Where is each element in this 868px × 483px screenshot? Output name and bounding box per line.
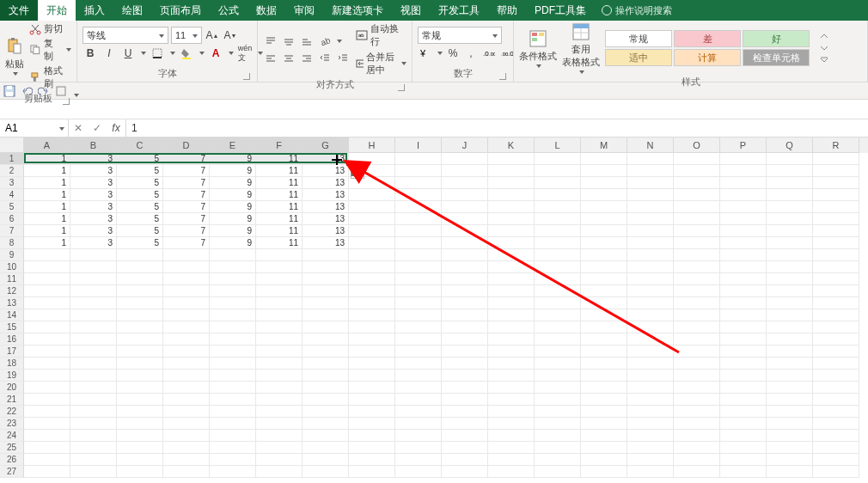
cell[interactable]: 5 xyxy=(117,153,163,165)
undo-button[interactable] xyxy=(21,85,33,97)
cell[interactable]: 3 xyxy=(70,225,117,237)
cell[interactable]: 1 xyxy=(24,153,70,165)
cell[interactable] xyxy=(117,345,163,358)
cell[interactable] xyxy=(581,418,627,430)
cell[interactable] xyxy=(813,454,859,466)
cell[interactable] xyxy=(767,153,813,165)
cell[interactable]: 11 xyxy=(256,177,303,189)
cell[interactable] xyxy=(488,345,535,358)
cell[interactable] xyxy=(767,273,813,285)
cell[interactable] xyxy=(813,358,859,370)
cell[interactable] xyxy=(349,237,395,249)
cell[interactable] xyxy=(581,285,627,297)
cell[interactable] xyxy=(767,249,813,261)
cell[interactable] xyxy=(303,297,349,309)
cell[interactable] xyxy=(442,297,488,309)
cell[interactable] xyxy=(581,153,627,165)
cell[interactable] xyxy=(813,153,859,165)
cell[interactable]: 9 xyxy=(210,165,256,177)
cell[interactable] xyxy=(442,273,488,285)
cell[interactable] xyxy=(303,454,349,466)
cell[interactable] xyxy=(349,345,395,358)
cell[interactable] xyxy=(395,165,442,177)
cell[interactable] xyxy=(813,285,859,297)
row-header[interactable]: 18 xyxy=(0,358,24,370)
cell[interactable] xyxy=(674,249,720,261)
cell[interactable] xyxy=(627,345,674,358)
cell[interactable] xyxy=(442,321,488,333)
dialog-launcher-icon[interactable] xyxy=(499,73,506,80)
cell[interactable] xyxy=(767,309,813,321)
cell[interactable] xyxy=(488,394,535,406)
cell[interactable] xyxy=(627,442,674,454)
cell[interactable] xyxy=(535,345,581,358)
cell[interactable] xyxy=(767,225,813,237)
cell[interactable] xyxy=(674,177,720,189)
decrease-font-button[interactable]: A▼ xyxy=(223,28,238,43)
row-header[interactable]: 7 xyxy=(0,225,24,237)
column-header-D[interactable]: D xyxy=(163,138,210,153)
cell[interactable] xyxy=(163,406,210,418)
cell[interactable]: 9 xyxy=(210,237,256,249)
bold-button[interactable]: B xyxy=(83,46,98,61)
cell[interactable] xyxy=(117,370,163,382)
cell[interactable] xyxy=(581,382,627,394)
cell[interactable] xyxy=(24,309,70,321)
cell[interactable] xyxy=(581,237,627,249)
cell[interactable] xyxy=(627,333,674,345)
cell[interactable] xyxy=(767,285,813,297)
cell[interactable] xyxy=(720,430,767,442)
decrease-decimal-button[interactable]: .00.0 xyxy=(499,46,515,61)
cell[interactable] xyxy=(627,285,674,297)
cell[interactable] xyxy=(627,406,674,418)
cell[interactable] xyxy=(581,213,627,225)
cell[interactable] xyxy=(117,454,163,466)
cell[interactable] xyxy=(813,406,859,418)
cell[interactable] xyxy=(627,237,674,249)
cell[interactable] xyxy=(349,225,395,237)
column-header-E[interactable]: E xyxy=(210,138,256,153)
cell[interactable] xyxy=(349,249,395,261)
cell[interactable] xyxy=(442,382,488,394)
cell[interactable] xyxy=(163,321,210,333)
cell[interactable] xyxy=(70,358,117,370)
cell[interactable]: 11 xyxy=(256,201,303,213)
cell[interactable] xyxy=(535,189,581,201)
cell[interactable] xyxy=(581,225,627,237)
wrap-text-button[interactable]: ab自动换行 xyxy=(356,22,406,48)
cell[interactable] xyxy=(813,165,859,177)
column-header-P[interactable]: P xyxy=(720,138,767,153)
cell[interactable] xyxy=(674,382,720,394)
tab-pdf[interactable]: PDF工具集 xyxy=(526,0,595,21)
cell[interactable] xyxy=(720,177,767,189)
cell[interactable]: 5 xyxy=(117,177,163,189)
cell[interactable] xyxy=(442,394,488,406)
gallery-down-button[interactable] xyxy=(816,42,832,54)
cell[interactable] xyxy=(674,321,720,333)
cell[interactable] xyxy=(70,406,117,418)
cell[interactable] xyxy=(813,309,859,321)
cell[interactable] xyxy=(535,418,581,430)
column-header-J[interactable]: J xyxy=(442,138,488,153)
cell[interactable] xyxy=(24,273,70,285)
column-header-F[interactable]: F xyxy=(256,138,303,153)
cell[interactable] xyxy=(117,249,163,261)
cell[interactable] xyxy=(488,321,535,333)
column-header-M[interactable]: M xyxy=(581,138,627,153)
cell[interactable]: 7 xyxy=(163,237,210,249)
cell[interactable]: 7 xyxy=(163,225,210,237)
cell[interactable] xyxy=(720,225,767,237)
cell[interactable] xyxy=(674,213,720,225)
cell[interactable] xyxy=(720,358,767,370)
cell[interactable] xyxy=(117,382,163,394)
cell[interactable] xyxy=(813,261,859,273)
column-header-O[interactable]: O xyxy=(674,138,720,153)
cell[interactable] xyxy=(535,153,581,165)
cell[interactable] xyxy=(117,358,163,370)
cell[interactable] xyxy=(581,394,627,406)
style-check[interactable]: 检查单元格 xyxy=(743,49,810,66)
cell[interactable] xyxy=(395,466,442,478)
cell[interactable] xyxy=(210,261,256,273)
cell[interactable] xyxy=(349,189,395,201)
cell[interactable] xyxy=(674,189,720,201)
